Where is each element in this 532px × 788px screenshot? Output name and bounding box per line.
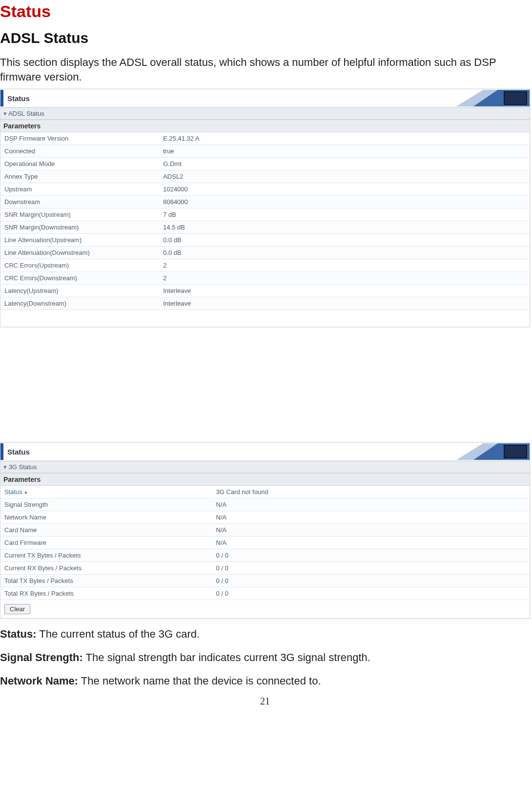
- param-value: 1024000: [159, 183, 530, 196]
- svg-rect-6: [504, 445, 527, 458]
- section-header-adsl-status: ▾ ADSL Status: [0, 107, 530, 120]
- param-value: 14.5 dB: [159, 221, 530, 234]
- param-value: E.25.41.32 A: [159, 132, 530, 145]
- section-title-adsl-status: ADSL Status: [0, 30, 530, 46]
- chevron-right-icon: ▸: [24, 489, 28, 495]
- table-row: Current RX Bytes / Packets0 / 0: [0, 562, 530, 575]
- param-value: 8064000: [159, 196, 530, 208]
- table-row: Latency(Upstream)Interleave: [0, 285, 530, 297]
- param-name: Annex Type: [0, 170, 159, 183]
- param-value: 0 / 0: [212, 549, 530, 562]
- adsl-parameters-table: DSP Firmware VersionE.25.41.32 AConnecte…: [0, 132, 530, 310]
- table-row: Status ▸ 3G Card not found: [0, 486, 530, 498]
- clear-button[interactable]: Clear: [4, 604, 30, 614]
- param-name: Line Attenuation(Upstream): [0, 234, 159, 247]
- param-value: Interleave: [159, 297, 530, 310]
- status-link[interactable]: Status: [4, 488, 22, 496]
- 3g-parameters-table: Status ▸ 3G Card not found Signal Streng…: [0, 486, 530, 600]
- param-name: Operational Mode: [0, 158, 159, 170]
- screenshot-3g-status: Status ▾ 3G Status Parameters Status ▸ 3…: [0, 442, 530, 619]
- panel-tab-status: Status: [0, 90, 30, 106]
- screenshot-adsl-status: Status ▾ ADSL Status Parameters DSP Firm…: [0, 89, 530, 327]
- table-row: CRC Errors(Upstream)2: [0, 259, 530, 272]
- table-row: Card FirmwareN/A: [0, 537, 530, 549]
- param-name: Current TX Bytes / Packets: [0, 549, 212, 562]
- table-row: Connectedtrue: [0, 145, 530, 158]
- param-name: Current RX Bytes / Packets: [0, 562, 212, 575]
- table-row: SNR Margin(Upstream)7 dB: [0, 208, 530, 221]
- param-value: 0.0 dB: [159, 234, 530, 247]
- param-value: G.Dmt: [159, 158, 530, 170]
- param-name: Signal Strength: [0, 498, 212, 511]
- section-header-3g-status: ▾ 3G Status: [0, 461, 530, 473]
- param-name: DSP Firmware Version: [0, 132, 159, 145]
- status-value: 3G Card not found: [212, 486, 530, 498]
- param-name: CRC Errors(Upstream): [0, 259, 159, 272]
- panel-tab-status: Status: [0, 443, 30, 460]
- parameters-header: Parameters: [0, 473, 530, 486]
- param-name: CRC Errors(Downstream): [0, 272, 159, 285]
- param-value: 2: [159, 259, 530, 272]
- description-signal-strength: Signal Strength: The signal strength bar…: [0, 650, 530, 665]
- parameters-header: Parameters: [0, 120, 530, 132]
- param-value: 0 / 0: [212, 562, 530, 575]
- param-value: 0.0 dB: [159, 247, 530, 259]
- table-row: Operational ModeG.Dmt: [0, 158, 530, 170]
- table-row: Line Attenuation(Downstream)0.0 dB: [0, 247, 530, 259]
- param-value: N/A: [212, 537, 530, 549]
- param-value: 0 / 0: [212, 575, 530, 587]
- param-name: Total TX Bytes / Packets: [0, 575, 212, 587]
- param-name: Card Firmware: [0, 537, 212, 549]
- page-title-status: Status: [0, 2, 530, 21]
- header-artwork-icon: [456, 443, 530, 460]
- description-network-name: Network Name: The network name that the …: [0, 673, 530, 689]
- param-name: Downstream: [0, 196, 159, 208]
- table-row: Downstream8064000: [0, 196, 530, 208]
- param-name: Latency(Upstream): [0, 285, 159, 297]
- description-status: Status: The current status of the 3G car…: [0, 626, 530, 642]
- param-name: Total RX Bytes / Packets: [0, 587, 212, 600]
- table-row: Current TX Bytes / Packets0 / 0: [0, 549, 530, 562]
- table-row: Card NameN/A: [0, 524, 530, 537]
- param-value: true: [159, 145, 530, 158]
- param-value: 2: [159, 272, 530, 285]
- table-row: Line Attenuation(Upstream)0.0 dB: [0, 234, 530, 247]
- table-row: Total RX Bytes / Packets0 / 0: [0, 587, 530, 600]
- intro-text: This section displays the ADSL overall s…: [0, 55, 530, 84]
- param-name: Latency(Downstream): [0, 297, 159, 310]
- table-row: SNR Margin(Downstream)14.5 dB: [0, 221, 530, 234]
- table-row: CRC Errors(Downstream)2: [0, 272, 530, 285]
- param-value: N/A: [212, 498, 530, 511]
- page-number: 21: [0, 696, 530, 707]
- param-value: N/A: [212, 524, 530, 537]
- table-row: Upstream1024000: [0, 183, 530, 196]
- table-row: Latency(Downstream)Interleave: [0, 297, 530, 310]
- param-name: SNR Margin(Upstream): [0, 208, 159, 221]
- param-name: Line Attenuation(Downstream): [0, 247, 159, 259]
- table-row: Signal StrengthN/A: [0, 498, 530, 511]
- param-value: ADSL2: [159, 170, 530, 183]
- header-artwork-icon: [456, 90, 530, 106]
- param-name: Upstream: [0, 183, 159, 196]
- table-row: DSP Firmware VersionE.25.41.32 A: [0, 132, 530, 145]
- param-name: Card Name: [0, 524, 212, 537]
- param-value: 7 dB: [159, 208, 530, 221]
- svg-rect-2: [504, 92, 527, 104]
- table-row: Annex TypeADSL2: [0, 170, 530, 183]
- table-row: Network NameN/A: [0, 511, 530, 524]
- param-name: SNR Margin(Downstream): [0, 221, 159, 234]
- table-row: Total TX Bytes / Packets0 / 0: [0, 575, 530, 587]
- param-value: N/A: [212, 511, 530, 524]
- param-name: Network Name: [0, 511, 212, 524]
- param-name: Connected: [0, 145, 159, 158]
- param-value: 0 / 0: [212, 587, 530, 600]
- param-value: Interleave: [159, 285, 530, 297]
